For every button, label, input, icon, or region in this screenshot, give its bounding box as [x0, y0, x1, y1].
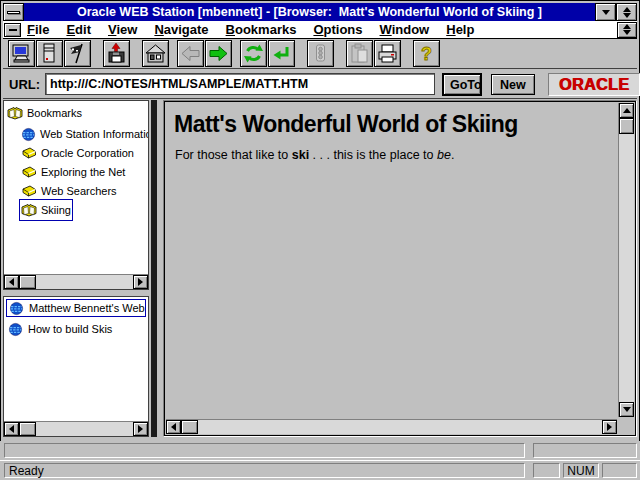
menu-navigate[interactable]: Navigate	[154, 22, 208, 37]
help-button[interactable]: ?	[413, 40, 440, 67]
home-button[interactable]	[142, 40, 169, 67]
scroll-right-button[interactable]	[133, 275, 148, 289]
bookmark-item-exploring-the-net[interactable]: Exploring the Net	[21, 163, 125, 181]
bookmark-item-web-searchers[interactable]: Web Searchers	[21, 182, 117, 200]
bookmarks-panel: Bookmarks Web Station Information Oracle…	[3, 100, 149, 290]
paste-button[interactable]	[346, 40, 373, 67]
scroll-thumb[interactable]	[619, 118, 634, 134]
stoplight-button[interactable]	[307, 40, 334, 67]
oracle-logo-panel: ORACLE	[548, 73, 640, 96]
reload-icon	[242, 42, 265, 65]
scroll-right-icon	[607, 423, 612, 431]
system-menu-icon	[7, 11, 20, 14]
goto-button[interactable]: GoTo	[442, 73, 482, 96]
menu-window[interactable]: Window	[380, 22, 430, 37]
server-button[interactable]	[36, 40, 63, 67]
bookmarks-root-item[interactable]: Bookmarks	[7, 104, 82, 122]
scroll-thumb[interactable]	[181, 420, 198, 434]
url-row: URL: GoTo New ORACLE	[3, 70, 637, 99]
status-cell-2	[602, 463, 637, 478]
book-closed-icon	[21, 184, 37, 198]
save-upload-button[interactable]	[103, 40, 130, 67]
scroll-thumb[interactable]	[19, 422, 36, 436]
bookmark-label: Web Station Information	[40, 128, 149, 140]
system-menu-button[interactable]	[3, 3, 24, 21]
scroll-left-icon	[9, 425, 14, 433]
scroll-right-icon	[138, 425, 143, 433]
url-input[interactable]	[45, 73, 435, 95]
scroll-up-icon	[623, 108, 631, 113]
child-restore-up-icon	[623, 24, 631, 29]
flag-button[interactable]	[64, 40, 91, 67]
menu-options[interactable]: Options	[313, 22, 362, 37]
globe-icon	[9, 301, 24, 316]
menu-help[interactable]: Help	[446, 22, 474, 37]
bookmark-item-oracle-corporation[interactable]: Oracle Corporation	[21, 144, 134, 162]
scroll-thumb[interactable]	[19, 275, 36, 289]
scroll-left-button[interactable]	[4, 275, 19, 289]
scroll-track[interactable]	[198, 420, 602, 434]
page-heading: Matt's Wonderful World of Skiing	[174, 111, 616, 138]
computer-icon	[10, 42, 33, 65]
restore-button[interactable]	[616, 3, 637, 21]
return-link-button[interactable]	[268, 40, 295, 67]
scroll-track[interactable]	[36, 275, 133, 289]
new-button[interactable]: New	[491, 74, 535, 95]
book-closed-icon	[21, 165, 37, 179]
minimize-icon	[602, 10, 610, 15]
book-closed-icon	[21, 146, 37, 160]
para-text: . . . this is the place to	[309, 148, 437, 162]
history-label: How to build Skis	[28, 323, 112, 335]
stoplight-icon	[309, 42, 332, 65]
history-panel: Matthew Bennett's Web Pa How to build Sk…	[3, 296, 149, 437]
scroll-left-icon	[9, 278, 14, 286]
scroll-track[interactable]	[619, 134, 634, 402]
scroll-left-button[interactable]	[4, 422, 19, 436]
child-restore-down-icon	[623, 30, 631, 35]
help-icon: ?	[415, 42, 438, 65]
server-icon	[38, 42, 61, 65]
scroll-left-button[interactable]	[166, 420, 181, 434]
menu-file[interactable]: File	[27, 22, 49, 37]
child-restore-button[interactable]	[617, 22, 637, 38]
bookmark-label: Oracle Corporation	[41, 147, 134, 159]
globe-icon	[8, 322, 23, 337]
reload-button[interactable]	[240, 40, 267, 67]
forward-button[interactable]	[205, 40, 232, 67]
scroll-left-icon	[171, 423, 176, 431]
bookmark-item-web-station-information[interactable]: Web Station Information	[21, 125, 149, 143]
restore-down-icon	[623, 13, 631, 18]
history-item-how-to-build-skis[interactable]: How to build Skis	[6, 320, 146, 338]
scroll-right-button[interactable]	[602, 420, 617, 434]
flag-icon	[66, 42, 89, 65]
computer-button[interactable]	[8, 40, 35, 67]
history-item-matthew-bennetts-web-page[interactable]: Matthew Bennett's Web Pa	[6, 299, 146, 317]
num-lock-indicator: NUM	[563, 463, 599, 478]
menu-view[interactable]: View	[108, 22, 137, 37]
menu-edit[interactable]: Edit	[66, 22, 91, 37]
scroll-down-button[interactable]	[619, 402, 634, 417]
print-button[interactable]	[374, 40, 401, 67]
history-hscrollbar	[4, 421, 148, 436]
bookmarks-root-label: Bookmarks	[27, 107, 82, 119]
child-system-menu-button[interactable]	[4, 23, 21, 37]
status-cell-1	[533, 463, 560, 478]
title-bar: Oracle WEB Station [mbennett] - [Browser…	[3, 3, 637, 21]
para-bold-text: ski	[292, 148, 309, 162]
pane-splitter[interactable]	[151, 100, 157, 437]
scroll-right-button[interactable]	[133, 422, 148, 436]
scroll-track[interactable]	[36, 422, 133, 436]
save-upload-icon	[105, 42, 128, 65]
status-message: Ready	[9, 464, 44, 478]
bookmark-item-skiing[interactable]: Skiing	[21, 201, 71, 219]
menu-bookmarks[interactable]: Bookmarks	[226, 22, 297, 37]
scroll-up-button[interactable]	[619, 103, 634, 118]
restore-up-icon	[623, 7, 631, 12]
page-paragraph: For those that like to ski . . . this is…	[175, 148, 616, 162]
url-label: URL:	[9, 77, 40, 92]
history-label: Matthew Bennett's Web Pa	[29, 302, 149, 314]
progress-message-panel	[4, 443, 525, 458]
num-lock-label: NUM	[567, 464, 594, 478]
minimize-button[interactable]	[595, 3, 616, 21]
back-button[interactable]	[177, 40, 204, 67]
